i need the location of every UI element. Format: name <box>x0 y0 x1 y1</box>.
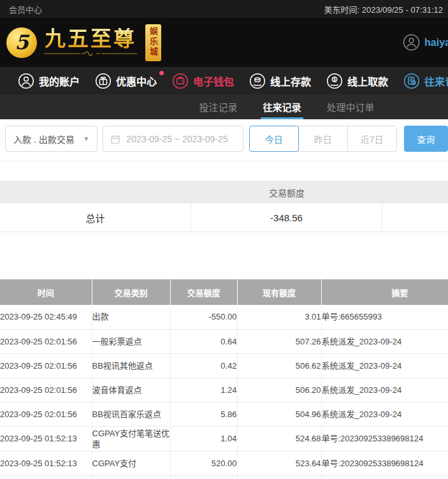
cell-note: 单号:665655993 <box>321 305 448 329</box>
nav-label: 电子钱包 <box>193 73 234 89</box>
brand-name: 九五至尊 <box>45 28 136 50</box>
today-button[interactable]: 今日 <box>249 126 299 152</box>
withdraw-icon: $ <box>326 73 343 89</box>
user-box[interactable]: haiya <box>403 34 448 51</box>
last-7-days-button[interactable]: 近7日 <box>347 126 397 152</box>
wallet-icon <box>172 73 189 89</box>
column-header-note: 摘要 <box>321 279 448 305</box>
brand-badge: 娱乐城 <box>145 24 161 61</box>
cell-type: CGPAY支付 <box>92 451 170 475</box>
tab-label: 投注记录 <box>199 100 237 114</box>
brand-logo[interactable]: 5 九五至尊 娱乐城 <box>6 24 161 61</box>
table-row: 2023-09-25 01:52:13 CGPAY支付 520.00 523.6… <box>0 451 448 475</box>
cell-empty <box>321 475 448 479</box>
logo-monogram: 5 <box>15 31 29 54</box>
cell-time: 2023-09-25 02:45:49 <box>0 305 92 329</box>
cell-amount: 1.04 <box>170 426 237 451</box>
cell-type: 出款 <box>92 305 170 329</box>
table-row: 2023-09-25 02:01:56 波音体育返点 1.24 506.20 系… <box>0 378 448 402</box>
tab-label: 往来记录 <box>263 100 301 114</box>
page: 会员中心 美东时间: 2023/09/25 - 07:31:12 5 九五至尊 … <box>0 0 448 479</box>
nav-item-promotions[interactable]: 优惠中心 <box>95 73 157 89</box>
sub-nav: 投注记录 往来记录 处理中订单 <box>0 94 448 119</box>
cell-empty <box>0 475 92 479</box>
table-row-partial <box>0 475 448 479</box>
cell-balance: 507.26 <box>237 329 321 353</box>
transactions-table: 时间 交易类别 交易额度 现有额度 摘要 2023-09-25 02:45:49… <box>0 279 448 479</box>
table-row: 2023-09-25 01:52:13 CGPAY支付笔笔送优惠 1.04 52… <box>0 426 448 451</box>
cell-amount: -550.00 <box>170 305 237 329</box>
cell-type: BB视讯百家乐返点 <box>92 402 170 426</box>
nav-label: 往来记录 <box>424 73 448 89</box>
column-header-amount: 交易额度 <box>170 279 237 305</box>
cell-time: 2023-09-25 01:52:13 <box>0 426 92 451</box>
column-header-time: 时间 <box>0 279 92 305</box>
member-center-link[interactable]: 会员中心 <box>9 3 42 15</box>
table-row: 2023-09-25 02:01:56 BB视讯其他返点 0.42 506.62… <box>0 353 448 378</box>
eastern-time-label: 美东时间: 2023/09/25 - 07:31:12 <box>324 3 443 15</box>
search-button[interactable]: 查询 <box>404 126 448 152</box>
summary-total-row: 总计 -348.56 <box>0 203 448 232</box>
date-range-value: 2023-09-25 ~ 2023-09-25 <box>126 134 228 144</box>
cell-time: 2023-09-25 01:52:13 <box>0 451 92 475</box>
cell-balance: 506.62 <box>237 353 321 378</box>
table-row: 2023-09-25 02:01:56 一般彩票返点 0.64 507.26 系… <box>0 329 448 353</box>
cell-amount: 0.42 <box>170 353 237 378</box>
nav-label: 优惠中心 <box>116 73 157 89</box>
cell-time: 2023-09-25 02:01:56 <box>0 329 92 353</box>
header-bar: 5 九五至尊 娱乐城 haiya <box>0 18 448 67</box>
cell-empty <box>237 475 321 479</box>
quick-range-group: 今日 昨日 近7日 <box>249 126 397 152</box>
filter-bar: 入款 . 出款交易 ▼ 2023-09-25 ~ 2023-09-25 今日 昨… <box>0 119 448 161</box>
calendar-icon <box>110 134 120 144</box>
cell-time: 2023-09-25 02:01:56 <box>0 378 92 402</box>
nav-item-transaction-records[interactable]: 往来记录 <box>403 73 448 89</box>
cell-balance: 506.20 <box>237 378 321 402</box>
summary-header-label: 交易额度 <box>191 186 382 199</box>
nav-item-my-account[interactable]: 我的账户 <box>18 73 80 89</box>
column-header-type: 交易类别 <box>92 279 170 305</box>
nav-item-online-withdrawal[interactable]: $ 线上取款 <box>326 73 388 89</box>
cell-empty <box>92 475 170 479</box>
avatar-icon <box>403 34 420 51</box>
nav-label: 线上存款 <box>270 73 311 89</box>
cell-type: 一般彩票返点 <box>92 329 170 353</box>
gift-icon <box>95 73 112 89</box>
cell-amount: 1.24 <box>170 378 237 402</box>
cell-note: 单号:202309253389698124 <box>321 426 448 451</box>
cell-balance: 3.01 <box>237 305 321 329</box>
tab-pending-orders[interactable]: 处理中订单 <box>325 94 377 119</box>
records-icon <box>403 73 420 89</box>
summary-table: 交易额度 总计 -348.56 <box>0 181 448 232</box>
logo-coin-icon: 5 <box>6 27 37 58</box>
transaction-type-select[interactable]: 入款 . 出款交易 ▼ <box>5 126 98 152</box>
summary-total-value: -348.56 <box>191 203 382 232</box>
tab-transaction-records[interactable]: 往来记录 <box>261 94 303 119</box>
cell-note: 系统派发_2023-09-24 <box>321 353 448 378</box>
notification-dot <box>159 71 164 75</box>
date-range-input[interactable]: 2023-09-25 ~ 2023-09-25 <box>103 126 243 152</box>
summary-header-row: 交易额度 <box>0 181 448 203</box>
cell-balance: 523.64 <box>237 451 321 475</box>
select-value: 入款 . 出款交易 <box>13 133 75 145</box>
tab-label: 处理中订单 <box>327 100 375 114</box>
yesterday-button[interactable]: 昨日 <box>298 126 348 152</box>
svg-text:$: $ <box>333 77 336 82</box>
table-header-row: 时间 交易类别 交易额度 现有额度 摘要 <box>0 279 448 305</box>
cell-type: 波音体育返点 <box>92 378 170 402</box>
cell-time: 2023-09-25 02:01:56 <box>0 402 92 426</box>
cell-type: BB视讯其他返点 <box>92 353 170 378</box>
cell-type: CGPAY支付笔笔送优惠 <box>92 426 170 451</box>
tab-betting-records[interactable]: 投注记录 <box>197 94 239 119</box>
table-row: 2023-09-25 02:45:49 出款 -550.00 3.01 单号:6… <box>0 305 448 329</box>
summary-empty-cell <box>382 203 448 232</box>
cell-time: 2023-09-25 02:01:56 <box>0 353 92 378</box>
table-row: 2023-09-25 02:01:56 BB视讯百家乐返点 5.86 504.9… <box>0 402 448 426</box>
column-header-balance: 现有额度 <box>237 279 321 305</box>
cell-note: 系统派发_2023-09-24 <box>321 402 448 426</box>
nav-item-online-deposit[interactable]: 线上存款 <box>249 73 311 89</box>
cell-note: 系统派发_2023-09-24 <box>321 329 448 353</box>
summary-total-label: 总计 <box>0 203 191 232</box>
username-label: haiya <box>424 37 448 48</box>
nav-item-e-wallet[interactable]: 电子钱包 <box>172 73 234 89</box>
